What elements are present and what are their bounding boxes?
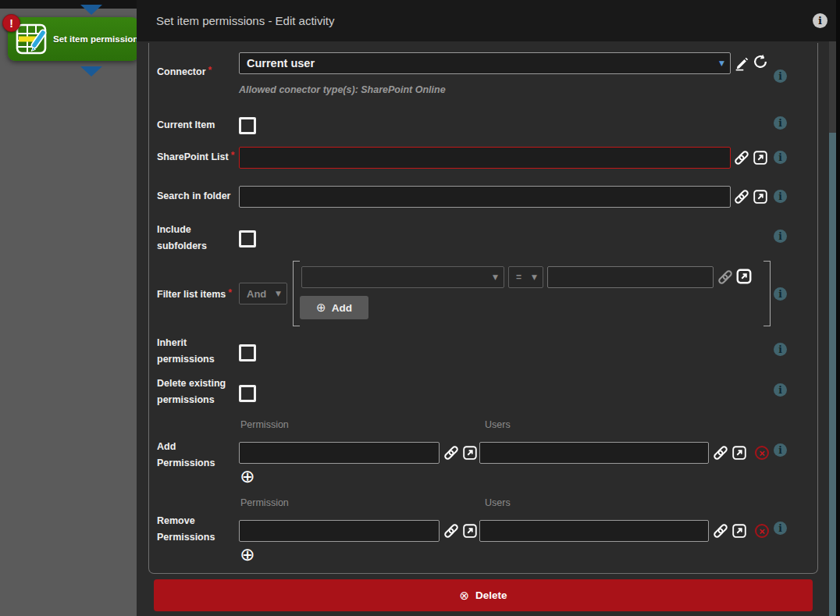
filter-join-value: And: [247, 288, 266, 300]
pencil-icon: [733, 54, 750, 71]
open-in-new-icon: [752, 149, 769, 166]
remove-users-link-button[interactable]: [712, 522, 729, 539]
search-folder-info-icon[interactable]: i: [774, 190, 787, 203]
sharepoint-list-input[interactable]: [239, 147, 731, 169]
chevron-down-icon: ▼: [532, 273, 537, 281]
filter-value-input[interactable]: [547, 266, 714, 288]
screen-right-edge: [836, 0, 840, 616]
filter-group-bracket: [763, 261, 771, 326]
search-in-folder-input[interactable]: [239, 186, 731, 208]
canvas-top-strip: [0, 0, 137, 9]
filter-group-bracket: [293, 261, 300, 326]
remove-permissions-permission-header: Permission: [240, 497, 289, 508]
link-icon: [733, 188, 750, 205]
search-folder-link-button[interactable]: [733, 188, 750, 205]
link-icon: [712, 444, 729, 461]
link-icon: [733, 149, 750, 166]
add-permissions-users-header: Users: [485, 419, 511, 430]
flow-connector-arrow-icon[interactable]: [80, 5, 102, 15]
add-permissions-add-row-button[interactable]: ⊕: [238, 468, 257, 486]
add-permissions-info-icon[interactable]: i: [774, 443, 787, 457]
remove-permissions-users-input[interactable]: [479, 520, 709, 542]
delete-existing-permissions-info-icon[interactable]: i: [774, 383, 787, 397]
inherit-permissions-label: Inherit permissions: [157, 335, 235, 368]
chevron-down-icon: ▼: [493, 273, 498, 281]
open-in-new-icon: [735, 268, 753, 285]
scrollbar-thumb[interactable]: [829, 133, 836, 616]
current-item-info-icon[interactable]: i: [774, 116, 787, 130]
screen: ! Set item permissions Set item permissi…: [0, 0, 840, 616]
sharepoint-list-label: SharePoint List*: [157, 149, 235, 166]
open-in-new-icon: [461, 522, 479, 539]
delete-existing-permissions-checkbox[interactable]: [239, 385, 256, 402]
add-permissions-permission-input[interactable]: [239, 442, 440, 464]
filter-list-items-label: Filter list items*: [157, 287, 235, 303]
remove-permissions-add-row-button[interactable]: ⊕: [238, 546, 257, 564]
add-permissions-label: Add Permissions: [157, 439, 235, 472]
dialog-info-icon[interactable]: i: [813, 13, 828, 28]
include-subfolders-checkbox[interactable]: [239, 230, 256, 247]
open-in-new-icon: [752, 188, 769, 205]
workflow-canvas: ! Set item permissions: [0, 0, 137, 616]
filter-info-icon[interactable]: i: [774, 287, 787, 301]
remove-permissions-users-header: Users: [485, 497, 511, 508]
connector-info-icon[interactable]: i: [774, 69, 787, 83]
remove-permission-link-button[interactable]: [443, 522, 460, 539]
open-in-new-icon: [461, 444, 479, 461]
connector-hint: Allowed conector type(s): SharePoint Onl…: [239, 84, 446, 95]
inherit-permissions-checkbox[interactable]: [239, 344, 256, 361]
filter-add-button-label: Add: [332, 302, 352, 314]
add-users-link-button[interactable]: [712, 444, 729, 461]
chevron-down-icon: ▼: [276, 290, 281, 297]
link-icon: [712, 522, 729, 539]
edit-connector-button[interactable]: [733, 54, 750, 71]
link-icon: [443, 522, 460, 539]
remove-permissions-permission-input[interactable]: [239, 520, 440, 542]
include-subfolders-info-icon[interactable]: i: [774, 230, 787, 243]
filter-join-select[interactable]: And ▼: [239, 283, 287, 304]
connector-label: Connector*: [157, 64, 235, 80]
sharepoint-list-link-button[interactable]: [733, 149, 750, 166]
include-subfolders-label: Include subfolders: [157, 222, 235, 255]
sharepoint-list-label-text: SharePoint List: [157, 151, 229, 162]
filter-expand-button[interactable]: [735, 268, 753, 285]
node-set-item-permissions[interactable]: ! Set item permissions: [8, 17, 139, 61]
remove-permissions-info-icon[interactable]: i: [774, 522, 787, 535]
current-item-label: Current Item: [157, 117, 235, 134]
add-permission-expand-button[interactable]: [461, 444, 479, 461]
add-permissions-users-input[interactable]: [479, 442, 709, 464]
search-in-folder-label: Search in folder: [157, 188, 235, 205]
open-in-new-icon: [731, 444, 748, 461]
delete-button-label: Delete: [475, 589, 507, 601]
required-asterisk: *: [228, 287, 232, 298]
inherit-permissions-info-icon[interactable]: i: [774, 343, 787, 356]
remove-users-expand-button[interactable]: [731, 522, 748, 539]
scrollbar-track: [829, 41, 836, 133]
node-label: Set item permissions: [53, 34, 144, 44]
add-permission-link-button[interactable]: [443, 444, 460, 461]
sharepoint-list-expand-button[interactable]: [752, 149, 769, 166]
add-permissions-permission-header: Permission: [240, 419, 289, 430]
open-in-new-icon: [731, 522, 748, 539]
flow-connector-arrow-icon[interactable]: [80, 66, 102, 77]
filter-operator-value: =: [516, 272, 521, 283]
node-error-badge: !: [2, 14, 20, 32]
add-users-expand-button[interactable]: [731, 444, 748, 461]
remove-permissions-remove-row-button[interactable]: ×: [755, 524, 769, 538]
delete-activity-button[interactable]: ⊗ Delete: [154, 579, 813, 611]
filter-add-button[interactable]: ⊕ Add: [300, 296, 368, 319]
remove-permissions-label: Remove Permissions: [157, 513, 235, 546]
sharepoint-list-info-icon[interactable]: i: [774, 151, 787, 164]
filter-operator-select[interactable]: = ▼: [508, 266, 543, 288]
remove-permission-expand-button[interactable]: [461, 522, 479, 539]
search-folder-expand-button[interactable]: [752, 188, 769, 205]
required-asterisk: *: [208, 65, 212, 76]
refresh-connectors-button[interactable]: [752, 53, 769, 70]
connector-label-text: Connector: [157, 66, 206, 77]
plus-circle-icon: ⊕: [316, 301, 326, 315]
filter-link-button[interactable]: [717, 269, 734, 286]
add-permissions-remove-row-button[interactable]: ×: [755, 446, 769, 460]
connector-select[interactable]: Current user ▼: [239, 52, 731, 74]
filter-field-select[interactable]: ▼: [301, 266, 504, 288]
current-item-checkbox[interactable]: [239, 117, 256, 134]
